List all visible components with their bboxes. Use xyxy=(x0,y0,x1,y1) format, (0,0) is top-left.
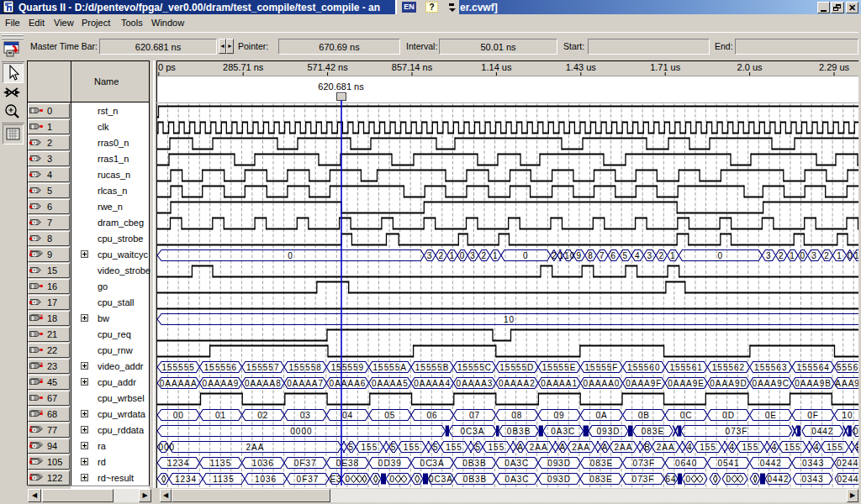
svg-text:0541: 0541 xyxy=(717,459,739,468)
svg-text:155564: 155564 xyxy=(796,363,829,372)
svg-text:0AAAA1: 0AAAA1 xyxy=(541,379,578,388)
svg-text:1: 1 xyxy=(670,251,676,260)
svg-text:571.42 ns: 571.42 ns xyxy=(307,62,348,72)
svg-text:0AAAA8: 0AAAA8 xyxy=(245,379,282,388)
svg-text:0 ps: 0 ps xyxy=(158,62,176,72)
svg-text:285.71 ns: 285.71 ns xyxy=(223,62,264,72)
svg-text:A: A xyxy=(560,443,567,452)
svg-text:0AAAA6: 0AAAA6 xyxy=(330,379,367,388)
svg-text:0343: 0343 xyxy=(802,459,824,468)
svg-text:0: 0 xyxy=(848,251,853,260)
svg-text:0A: 0A xyxy=(595,411,607,420)
svg-text:8: 8 xyxy=(588,251,594,260)
svg-text:0D39: 0D39 xyxy=(378,459,402,468)
svg-text:07: 07 xyxy=(469,411,480,420)
svg-text:0AAAA4: 0AAAA4 xyxy=(414,379,451,388)
svg-text:A: A xyxy=(602,443,609,452)
svg-text:08: 08 xyxy=(511,411,522,420)
svg-text:64: 64 xyxy=(666,475,677,484)
svg-text:AAA9: AAA9 xyxy=(835,379,860,388)
svg-text:2.0 us: 2.0 us xyxy=(737,62,763,72)
svg-text:0E38: 0E38 xyxy=(336,459,359,468)
svg-text:1: 1 xyxy=(450,251,456,260)
svg-text:0A3C: 0A3C xyxy=(504,475,529,484)
svg-text:0B3B: 0B3B xyxy=(507,427,531,436)
svg-text:155560: 155560 xyxy=(627,363,660,372)
svg-text:0C3A: 0C3A xyxy=(429,475,453,484)
svg-text:10: 10 xyxy=(564,251,575,260)
svg-text:E3: E3 xyxy=(330,475,342,484)
svg-text:1: 1 xyxy=(790,251,795,260)
svg-text:5: 5 xyxy=(623,251,629,260)
svg-text:2AA: 2AA xyxy=(246,443,265,452)
svg-text:073F: 073F xyxy=(726,427,748,436)
svg-text:02: 02 xyxy=(257,411,268,420)
svg-text:4: 4 xyxy=(772,443,778,452)
svg-text:0: 0 xyxy=(390,475,395,484)
svg-text:2AA: 2AA xyxy=(614,443,632,452)
svg-text:1.43 us: 1.43 us xyxy=(566,62,597,72)
svg-text:0E: 0E xyxy=(765,411,777,420)
svg-text:2: 2 xyxy=(439,251,445,260)
svg-text:0AAAAA: 0AAAAA xyxy=(160,379,198,388)
svg-text:05: 05 xyxy=(384,411,395,420)
svg-text:155: 155 xyxy=(742,443,759,452)
svg-text:0AAAA2: 0AAAA2 xyxy=(499,379,536,388)
svg-text:0640: 0640 xyxy=(675,459,697,468)
svg-text:073F: 073F xyxy=(632,475,655,484)
svg-text:155: 155 xyxy=(827,443,843,452)
svg-text:3: 3 xyxy=(427,251,433,260)
svg-text:0A3C: 0A3C xyxy=(504,459,529,468)
svg-text:083E: 083E xyxy=(589,475,612,484)
svg-text:0B3B: 0B3B xyxy=(462,459,486,468)
svg-text:0C: 0C xyxy=(680,411,693,420)
svg-text:155556: 155556 xyxy=(204,363,237,372)
svg-text:15555E: 15555E xyxy=(542,363,576,372)
svg-text:3: 3 xyxy=(811,251,817,260)
svg-text:0C3A: 0C3A xyxy=(420,459,445,468)
svg-text:5: 5 xyxy=(433,443,439,452)
svg-text:0343: 0343 xyxy=(801,475,823,484)
svg-text:155559: 155559 xyxy=(331,363,364,372)
svg-text:4: 4 xyxy=(729,443,735,452)
svg-text:15555B: 15555B xyxy=(415,363,449,372)
svg-text:0244: 0244 xyxy=(837,475,858,484)
svg-text:857.14 ns: 857.14 ns xyxy=(392,62,433,72)
svg-text:155561: 155561 xyxy=(669,363,702,372)
svg-text:155: 155 xyxy=(700,443,716,452)
svg-text:155: 155 xyxy=(489,443,505,452)
svg-text:155562: 155562 xyxy=(712,363,745,372)
svg-text:10: 10 xyxy=(504,315,515,324)
svg-text:1: 1 xyxy=(493,251,499,260)
svg-text:155: 155 xyxy=(362,443,378,452)
svg-text:5: 5 xyxy=(391,443,397,452)
svg-text:15555D: 15555D xyxy=(499,363,534,372)
svg-text:155558: 155558 xyxy=(289,363,322,372)
svg-text:5: 5 xyxy=(475,443,481,452)
svg-text:2AA: 2AA xyxy=(530,443,548,452)
svg-text:2: 2 xyxy=(552,251,557,260)
svg-text:0A3C: 0A3C xyxy=(551,427,575,436)
svg-text:0D: 0D xyxy=(722,411,735,420)
svg-text:0: 0 xyxy=(800,251,806,260)
svg-text:0AAAA5: 0AAAA5 xyxy=(372,379,409,388)
svg-text:0442: 0442 xyxy=(760,459,782,468)
svg-text:073F: 073F xyxy=(632,459,655,468)
svg-text:000: 000 xyxy=(159,443,176,452)
svg-text:0B: 0B xyxy=(638,411,650,420)
svg-text:0AAAA3: 0AAAA3 xyxy=(457,379,494,388)
svg-text:2: 2 xyxy=(824,251,830,260)
svg-text:9: 9 xyxy=(577,251,583,260)
svg-text:1.14 us: 1.14 us xyxy=(481,62,512,72)
svg-text:4: 4 xyxy=(814,443,820,452)
svg-text:0: 0 xyxy=(523,251,529,260)
svg-text:15555A: 15555A xyxy=(373,363,407,372)
svg-text:083E: 083E xyxy=(642,427,664,436)
svg-text:0AAA9B: 0AAA9B xyxy=(795,379,832,388)
svg-text:04: 04 xyxy=(342,411,353,420)
svg-text:0F37: 0F37 xyxy=(294,459,317,468)
svg-text:4: 4 xyxy=(687,443,693,452)
svg-text:01: 01 xyxy=(215,411,226,420)
svg-text:1.71 us: 1.71 us xyxy=(650,62,681,72)
svg-text:2: 2 xyxy=(659,251,665,260)
